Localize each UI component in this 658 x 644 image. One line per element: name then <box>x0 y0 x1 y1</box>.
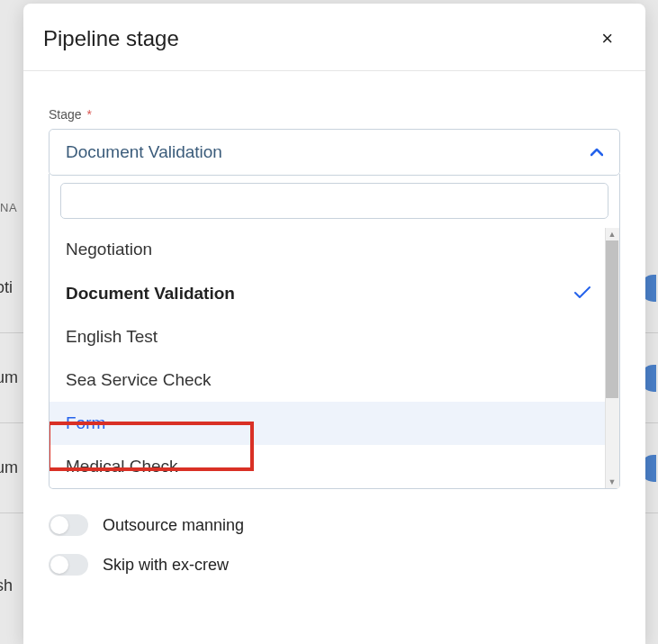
dropdown-search-wrap <box>50 174 619 228</box>
outsource-manning-toggle[interactable] <box>49 514 88 536</box>
option-negotiation[interactable]: Negotiation <box>50 228 619 271</box>
select-value: Document Validation <box>66 142 222 162</box>
modal-title: Pipeline stage <box>43 26 179 51</box>
option-medical-check[interactable]: Medical Check <box>50 445 619 488</box>
scroll-up-arrow-icon[interactable]: ▲ <box>605 228 619 240</box>
pipeline-stage-modal: Pipeline stage × Stage * Document Valida… <box>23 4 645 644</box>
required-indicator: * <box>86 107 91 122</box>
scroll-down-arrow-icon[interactable]: ▼ <box>605 476 619 488</box>
stage-field-label: Stage * <box>49 107 620 122</box>
toggle-label: Outsource manning <box>103 516 244 535</box>
stage-dropdown-panel: Negotiation Document Validation English … <box>49 174 620 489</box>
bg-column-header: NA <box>0 201 17 214</box>
modal-body: Stage * Document Validation Negotiation … <box>23 71 645 603</box>
close-button[interactable]: × <box>594 23 620 54</box>
option-form[interactable]: Form <box>50 402 619 445</box>
stage-select[interactable]: Document Validation <box>49 129 620 176</box>
toggle-label: Skip with ex-crew <box>103 556 229 575</box>
chevron-up-icon <box>590 144 603 160</box>
scrollbar-track[interactable]: ▲ ▼ <box>605 228 619 488</box>
option-document-validation[interactable]: Document Validation <box>50 271 619 315</box>
scrollbar-thumb[interactable] <box>606 240 618 398</box>
options-list: Negotiation Document Validation English … <box>50 228 619 488</box>
modal-header: Pipeline stage × <box>23 4 645 71</box>
dropdown-search-input[interactable] <box>60 183 608 219</box>
toggle-section: Outsource manning Skip with ex-crew <box>49 489 620 585</box>
toggle-row-outsource-manning: Outsource manning <box>49 505 620 545</box>
checkmark-icon <box>574 283 603 304</box>
toggle-row-skip-ex-crew: Skip with ex-crew <box>49 545 620 585</box>
skip-ex-crew-toggle[interactable] <box>49 554 88 576</box>
close-icon: × <box>601 27 613 50</box>
option-sea-service-check[interactable]: Sea Service Check <box>50 358 619 402</box>
option-english-test[interactable]: English Test <box>50 315 619 358</box>
